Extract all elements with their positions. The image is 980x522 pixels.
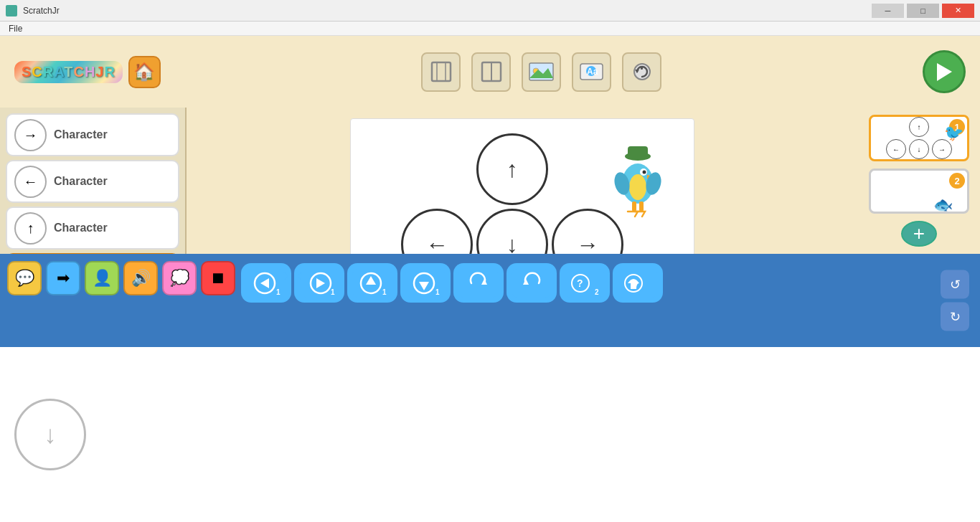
scene-2-thumbnail[interactable]: 2 🐟 — [869, 169, 969, 214]
go-home-block[interactable] — [613, 263, 663, 303]
svg-text:1: 1 — [331, 288, 335, 296]
move-up-block[interactable]: 1 — [347, 263, 397, 303]
svg-point-20 — [643, 171, 646, 174]
speech-category[interactable]: 💭 — [162, 261, 197, 295]
down-arrow-circle: ↓ — [476, 209, 548, 254]
character-item-2[interactable]: ← Character — [6, 160, 179, 203]
undo-toolbar-button[interactable] — [622, 52, 661, 92]
svg-rect-16 — [628, 146, 648, 158]
svg-text:1: 1 — [382, 288, 387, 296]
top-toolbar: SCRATCHJR 🏠 — [0, 36, 980, 108]
scene-2-sprite: 🐟 — [933, 196, 953, 214]
character-1-name: Character — [54, 128, 108, 141]
window-controls: ─ □ ✕ — [872, 4, 974, 18]
script-workspace[interactable]: ↓ — [0, 347, 980, 522]
undo-button[interactable]: ↺ — [941, 270, 969, 299]
window-title: ScratchJr — [23, 6, 60, 16]
app-icon — [6, 5, 17, 16]
floating-down-arrow: ↓ — [14, 399, 86, 470]
title-bar-left: ScratchJr — [6, 5, 60, 16]
stage[interactable]: ↑ ← ↓ → — [350, 118, 694, 254]
scene-button[interactable] — [522, 52, 561, 92]
scene-thumb-down: ↓ — [909, 139, 929, 159]
motion-category[interactable]: ➡ — [46, 261, 80, 295]
character-item-1[interactable]: → Character — [6, 113, 179, 156]
home-button[interactable]: 🏠 — [128, 56, 161, 88]
character-1-icon: → — [14, 119, 47, 151]
svg-rect-0 — [432, 62, 451, 81]
looks-category[interactable]: 👤 — [85, 261, 119, 295]
menu-bar: File — [0, 22, 980, 36]
move-left-block[interactable]: 1 — [294, 263, 344, 303]
character-3-name: Character — [54, 222, 108, 234]
app-container: SCRATCHJR 🏠 — [0, 36, 980, 522]
svg-rect-24 — [639, 201, 644, 212]
rename-button[interactable]: Aa — [572, 52, 611, 92]
undo-redo-controls: ↺ ↻ — [941, 270, 969, 331]
canvas-area: ↑ ← ↓ → — [187, 108, 858, 254]
character-3-icon: ↑ — [14, 212, 47, 245]
svg-text:Aa: Aa — [587, 67, 598, 77]
redo-button[interactable]: ↻ — [941, 303, 969, 331]
svg-text:1: 1 — [276, 288, 281, 296]
character-2-icon: ← — [14, 166, 47, 198]
svg-marker-14 — [937, 63, 952, 81]
sprite-character — [608, 141, 665, 219]
script-area: 💬 ➡ 👤 🔊 💭 ⏹ 1 — [0, 254, 980, 347]
move-right-block[interactable]: 1 — [241, 263, 291, 303]
svg-rect-13 — [641, 67, 643, 70]
move-down-block[interactable]: 1 — [400, 263, 451, 303]
add-scene-button[interactable]: + — [901, 221, 937, 247]
svg-rect-23 — [632, 201, 636, 212]
toolbar-center: Aa — [175, 52, 908, 92]
control-category[interactable]: ⏹ — [201, 261, 235, 295]
left-arrow-circle: ← — [401, 209, 473, 254]
scene-2-number: 2 — [949, 173, 965, 189]
scene-1-thumbnail[interactable]: 1 ↑ ← ↓ → 🐦 — [869, 115, 969, 161]
jump-block[interactable]: ? 2 — [560, 263, 610, 303]
blocks-row: 1 1 1 — [241, 257, 973, 308]
title-bar: ScratchJr ─ □ ✕ — [0, 0, 980, 22]
character-item-3[interactable]: ↑ Character — [6, 207, 179, 250]
scene-thumb-left: ← — [886, 139, 906, 159]
up-arrow-circle: ↑ — [476, 133, 548, 205]
character-2-name: Character — [54, 175, 108, 188]
fullscreen-button[interactable] — [421, 52, 461, 92]
scene-1-sprite: 🐦 — [944, 124, 963, 143]
file-menu[interactable]: File — [6, 24, 25, 34]
maximize-button[interactable]: □ — [907, 4, 939, 18]
svg-point-18 — [629, 174, 646, 200]
minimize-button[interactable]: ─ — [872, 4, 904, 18]
scene-panel: 1 ↑ ← ↓ → 🐦 2 🐟 + — [858, 108, 980, 254]
turn-cw-block[interactable] — [453, 263, 504, 303]
sound-category[interactable]: 🔊 — [123, 261, 158, 295]
close-button[interactable]: ✕ — [942, 4, 974, 18]
svg-text:1: 1 — [435, 288, 440, 296]
svg-text:?: ? — [577, 277, 583, 289]
triggers-category[interactable]: 💬 — [7, 261, 42, 295]
scene-thumb-up: ↑ — [909, 117, 929, 137]
green-flag-button[interactable] — [923, 50, 966, 93]
scratch-logo: SCRATCHJR — [14, 61, 123, 83]
block-categories: 💬 ➡ 👤 🔊 💭 ⏹ — [7, 257, 235, 299]
turn-ccw-block[interactable] — [507, 263, 557, 303]
logo-area: SCRATCHJR 🏠 — [14, 56, 161, 88]
split-view-button[interactable] — [471, 52, 511, 92]
character-panel: → Character ← Character ↑ Character ↓ Ch… — [0, 108, 187, 254]
middle-section: → Character ← Character ↑ Character ↓ Ch… — [0, 108, 980, 254]
svg-text:2: 2 — [595, 288, 599, 296]
